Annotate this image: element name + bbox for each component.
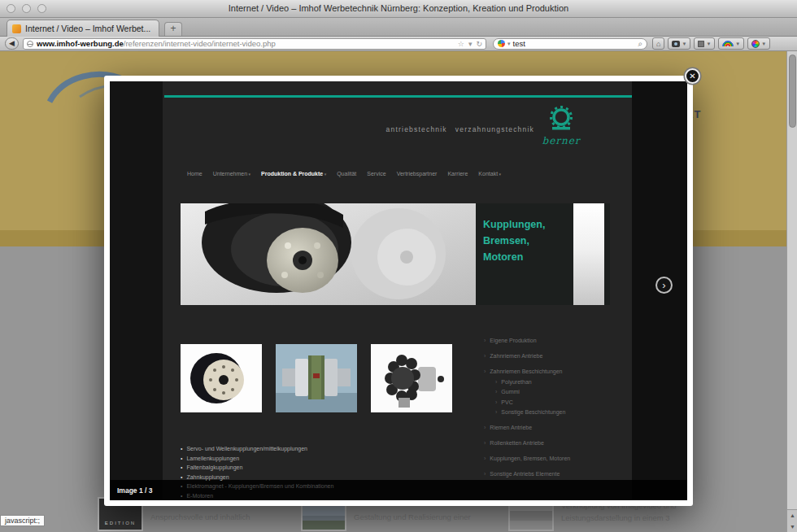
colorwheel-addon-button[interactable]: ▼	[747, 37, 770, 50]
tab-internet-video[interactable]: Internet / Video – Imhof Werbet...	[7, 20, 159, 37]
search-engine-caret-icon[interactable]: ▾	[507, 41, 511, 47]
card-text: Gestaltung und Realisierung einer	[354, 512, 471, 521]
bullet-link-elektromagnet-kupplungen-bremsen-und-kombinationen[interactable]: •Elektromagnet - Kupplungen/Bremsen und …	[181, 482, 333, 491]
card-text: Anspruchsvolle und inhaltlich	[150, 512, 250, 521]
lightbox-close-button[interactable]: ✕	[685, 68, 700, 84]
navigation-toolbar: ◀ www.imhof-werbung.de/referenzen/intern…	[0, 37, 797, 51]
browser-window: Internet / Video – Imhof Werbetechnik Nü…	[0, 0, 797, 532]
hero-title: Kupplungen,Bremsen,Motoren	[476, 203, 573, 305]
chevron-down-icon: ▼	[735, 41, 740, 46]
sidebar-item-zahnriemen-antriebe[interactable]: ›Zahnriemen Antriebe	[484, 353, 632, 359]
nav-item-unternehmen[interactable]: Unternehmen ▾	[213, 171, 250, 177]
home-icon: ⌂	[656, 40, 660, 48]
search-input[interactable]: ▾ test ⌕	[493, 38, 647, 50]
nav-item-karriere[interactable]: Karriere	[447, 171, 468, 177]
chevron-right-icon: ›	[484, 471, 486, 477]
chevron-down-icon: ▾	[323, 172, 326, 177]
bullet-link-label: Servo- und Wellenkupplungen/mittelkupplu…	[186, 444, 307, 454]
rainbow-icon	[722, 41, 734, 46]
nav-item-home[interactable]: Home	[187, 171, 203, 177]
chevron-right-icon: ›	[484, 456, 486, 461]
sidebar-item-rollenketten-antriebe[interactable]: ›Rollenketten Antriebe	[484, 440, 632, 446]
chevron-right-icon: ›	[484, 440, 486, 446]
chevron-down-icon: ▼	[706, 41, 711, 46]
back-button[interactable]: ◀	[5, 37, 19, 50]
chevron-down-icon: ▾	[498, 172, 501, 177]
chevron-right-icon: ›	[495, 389, 497, 395]
lightbox: ✕ antriebstechnikverzahnungstechnik bern…	[104, 76, 693, 506]
chevron-right-icon: ›	[484, 425, 486, 430]
sidebar-item-label: Gummi	[501, 389, 520, 395]
bookmark-star-icon[interactable]: ☆	[458, 40, 464, 48]
sidebar-item-riemen-antriebe[interactable]: ›Riemen Antriebe	[484, 425, 632, 430]
hero-title-line: Bremsen,	[483, 233, 573, 249]
page-scrollbar[interactable]: ▲ ▼	[786, 51, 797, 532]
camera-icon	[672, 41, 680, 47]
sidebar-item-eigene-produktion[interactable]: ›Eigene Produktion	[484, 338, 632, 343]
sidebar-item-gummi[interactable]: ›Gummi	[495, 389, 632, 395]
google-engine-icon[interactable]	[498, 40, 505, 47]
chevron-right-icon: ›	[484, 368, 486, 374]
scroll-up-icon[interactable]: ▲	[790, 512, 795, 518]
bullet-link-label: Elektromagnet - Kupplungen/Bremsen und K…	[186, 482, 333, 491]
screenshot-addon-button[interactable]: ▼	[668, 37, 690, 50]
addon-button[interactable]: ▼	[694, 37, 715, 50]
bullet-link-lamellenkupplungen[interactable]: •Lamellenkupplungen	[181, 454, 333, 464]
sidebar-item-label: Sonstige Beschichtungen	[501, 409, 565, 415]
bullet-link-e-motoren[interactable]: •E-Motoren	[181, 491, 333, 501]
sidebar-item-sonstige-antriebs-elemente[interactable]: ›Sonstige Antriebs Elemente	[484, 471, 632, 477]
product-thumbnails	[181, 344, 452, 412]
url-dropdown-icon[interactable]: ▾	[468, 40, 473, 48]
tab-label: Internet / Video – Imhof Werbet...	[25, 24, 150, 33]
lightbox-image: antriebstechnikverzahnungstechnik berner…	[110, 81, 687, 500]
bullet-link-zahnkupplungen[interactable]: •Zahnkupplungen	[181, 473, 333, 482]
bullet-link-servo-und-wellenkupplungen-mittelkupplungen[interactable]: •Servo- und Wellenkupplungen/mittelkuppl…	[181, 444, 333, 454]
sidebar-item-sonstige-beschichtungen[interactable]: ›Sonstige Beschichtungen	[495, 409, 632, 415]
sidebar-item-pvc[interactable]: ›PVC	[495, 399, 632, 405]
nav-item-kontakt[interactable]: Kontakt ▾	[478, 171, 501, 177]
nav-item-vertriebspartner[interactable]: Vertriebspartner	[397, 171, 438, 177]
sidebar-item-kupplungen-bremsen-motoren[interactable]: ›Kupplungen, Bremsen, Motoren	[484, 456, 632, 461]
thumbnail-chain-coupling[interactable]	[371, 344, 452, 412]
colorfultabs-addon-button[interactable]: ▼	[718, 37, 744, 50]
window-title: Internet / Video – Imhof Werbetechnik Nü…	[0, 3, 797, 13]
search-icon[interactable]: ⌕	[638, 39, 642, 49]
scroll-down-icon[interactable]: ▼	[790, 524, 795, 530]
bullet-icon: •	[181, 463, 182, 473]
bullet-icon: •	[181, 491, 182, 501]
tab-strip: Internet / Video – Imhof Werbet... +	[0, 18, 797, 37]
hero-title-line: Kupplungen,	[483, 216, 573, 233]
sidebar-item-label: Riemen Antriebe	[490, 425, 532, 430]
search-value[interactable]: test	[513, 39, 636, 48]
chevron-right-icon: ›	[495, 379, 497, 385]
sidebar-item-label: Zahnriemen Antriebe	[490, 353, 542, 359]
home-button[interactable]: ⌂	[652, 37, 664, 50]
sidebar-item-zahnriemen-beschichtungen[interactable]: ›Zahnriemen Beschichtungen	[484, 368, 632, 374]
nav-item-qualit-t[interactable]: Qualität	[337, 171, 356, 177]
hero-coupling-photo	[181, 203, 476, 305]
scrollbar-thumb[interactable]	[789, 55, 796, 128]
image-counter: Image 1 / 3	[117, 486, 152, 495]
thumbnail-flange-coupling[interactable]	[276, 344, 357, 412]
url-domain: www.imhof-werbung.de	[37, 39, 124, 48]
bullet-link-label: E-Motoren	[186, 491, 213, 501]
site-favicon	[12, 24, 21, 33]
hero-banner: Kupplungen,Bremsen,Motoren	[181, 203, 610, 305]
nav-item-produktion-produkte[interactable]: Produktion & Produkte ▾	[261, 171, 326, 177]
lightbox-next-button[interactable]: ›	[655, 277, 673, 294]
nav-item-service[interactable]: Service	[367, 171, 385, 177]
new-tab-button[interactable]: +	[164, 22, 182, 36]
reload-icon[interactable]: ↻	[476, 40, 482, 48]
bullet-icon: •	[181, 473, 182, 482]
site-sidebar: ›Eigene Produktion›Zahnriemen Antriebe›Z…	[484, 338, 632, 477]
site-accent-line	[164, 95, 632, 98]
site-tagline: antriebstechnikverzahnungstechnik	[272, 125, 534, 133]
site-nav: HomeUnternehmen ▾Produktion & Produkte ▾…	[187, 171, 610, 177]
globe-icon	[27, 41, 33, 47]
bullet-link-faltenbalgkupplungen[interactable]: •Faltenbalgkupplungen	[181, 463, 333, 473]
sidebar-item-label: Sonstige Antriebs Elemente	[490, 471, 560, 477]
sidebar-item-polyurethan[interactable]: ›Polyurethan	[495, 379, 632, 385]
thumbnail-disc-coupling[interactable]	[181, 344, 262, 412]
url-text[interactable]: www.imhof-werbung.de/referenzen/internet…	[37, 39, 455, 48]
url-bar[interactable]: www.imhof-werbung.de/referenzen/internet…	[23, 38, 486, 50]
